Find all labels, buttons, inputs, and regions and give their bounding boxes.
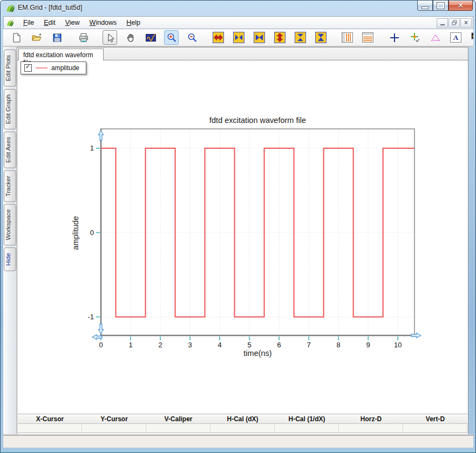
svg-text:3: 3 — [188, 341, 192, 349]
sidebar-item-tracker[interactable]: Tracker — [4, 170, 16, 202]
horizontal-gridlines-button[interactable] — [361, 30, 375, 45]
status-value-row — [18, 424, 467, 433]
window-body: Edit Plots Edit Graph Edit Axes Tracker … — [3, 47, 473, 435]
print-button[interactable] — [76, 30, 91, 45]
svg-text:4: 4 — [217, 341, 221, 349]
menu-view[interactable]: View — [60, 17, 85, 28]
title-bar[interactable]: EM.Grid - [fdtd_tut5d] ✕ — [1, 1, 475, 16]
document-logo-icon — [6, 19, 14, 27]
expand-y-icon — [275, 32, 285, 43]
legend-box[interactable]: ✓ amplitude — [21, 61, 86, 74]
shrink-x-button[interactable] — [252, 30, 267, 45]
save-button[interactable] — [50, 30, 64, 45]
text-label-icon: A — [453, 33, 458, 42]
minimize-button[interactable] — [417, 1, 433, 11]
fit-view-button[interactable] — [144, 30, 158, 45]
child-restore-icon — [452, 20, 457, 25]
close-button[interactable]: ✕ — [448, 1, 473, 11]
child-minimize-button[interactable] — [437, 18, 448, 28]
y-axis-label: amplitude — [71, 216, 80, 250]
document-area: fdtd excitation waveform file ✓ amplitud… — [17, 47, 468, 435]
status-bar: X-Cursor Y-Cursor V-Caliper H-Cal (dX) H… — [18, 414, 467, 433]
status-value-cell — [146, 424, 210, 433]
check-icon: ✓ — [25, 63, 30, 70]
shrink-y-icon — [316, 32, 326, 43]
menu-help[interactable]: Help — [121, 17, 145, 28]
sidebar-item-edit-axes[interactable]: Edit Axes — [4, 132, 16, 168]
cross-cursor-icon — [389, 32, 400, 43]
select-cursor-button[interactable] — [103, 30, 117, 45]
compress-y-button[interactable] — [293, 30, 308, 45]
expand-x-button[interactable] — [211, 30, 226, 45]
x-axis-label: time(ns) — [101, 349, 414, 358]
plot-legend-button[interactable] — [469, 30, 473, 45]
status-header-v-caliper: V-Caliper — [146, 415, 210, 423]
svg-text:10: 10 — [394, 341, 402, 349]
tab-fdtd-excitation-waveform-file[interactable]: fdtd excitation waveform file — [18, 49, 104, 60]
bottom-status-strip — [3, 435, 473, 448]
minimize-icon — [421, 6, 429, 9]
arrow-cursor-icon — [105, 32, 115, 43]
sidebar-item-edit-plots[interactable]: Edit Plots — [4, 50, 16, 87]
status-value-cell — [82, 424, 146, 433]
child-close-button[interactable]: × — [460, 18, 472, 28]
plot-canvas[interactable]: 012345678910-101 — [17, 60, 468, 384]
menu-bar: File Edit View Windows Help × — [3, 16, 473, 29]
status-header-row: X-Cursor Y-Cursor V-Caliper H-Cal (dX) H… — [18, 414, 467, 424]
svg-text:9: 9 — [366, 341, 370, 349]
sidebar-item-hide[interactable]: Hide — [4, 248, 16, 271]
child-close-icon: × — [464, 19, 468, 26]
status-header-x-cursor: X-Cursor — [18, 415, 82, 423]
new-file-icon — [11, 32, 22, 43]
new-file-button[interactable] — [9, 30, 23, 45]
tracker-button[interactable] — [407, 30, 422, 45]
status-value-cell — [18, 424, 82, 433]
toolbar: A Layout — [3, 29, 473, 47]
vertical-gridlines-button[interactable] — [340, 30, 355, 45]
sidebar-item-edit-graph[interactable]: Edit Graph — [4, 89, 16, 129]
menu-edit[interactable]: Edit — [39, 17, 60, 28]
side-tab-strip: Edit Plots Edit Graph Edit Axes Tracker … — [3, 47, 17, 435]
zoom-out-button[interactable] — [185, 30, 199, 45]
chart-title: fdtd excitation waveform file — [101, 116, 414, 125]
child-restore-button[interactable] — [448, 18, 460, 28]
svg-text:0: 0 — [99, 341, 103, 349]
caliper-button[interactable] — [428, 30, 443, 45]
status-value-cell — [210, 424, 275, 433]
pan-hand-button[interactable] — [123, 30, 138, 45]
fit-view-icon — [145, 32, 157, 43]
svg-text:8: 8 — [337, 341, 341, 349]
svg-text:0: 0 — [90, 229, 94, 237]
compress-x-button[interactable] — [232, 30, 246, 45]
svg-text:6: 6 — [277, 341, 281, 349]
close-icon: ✕ — [458, 2, 464, 9]
status-header-h-cal-1dx: H-Cal (1/dX) — [275, 415, 339, 423]
zoom-in-button[interactable] — [164, 30, 179, 45]
open-file-button[interactable] — [29, 30, 44, 45]
status-header-y-cursor: Y-Cursor — [82, 415, 146, 423]
cross-cursor-button[interactable] — [387, 30, 402, 45]
status-header-h-cal-dx: H-Cal (dX) — [210, 415, 275, 423]
zoom-in-icon — [166, 32, 177, 43]
zoom-out-icon — [187, 32, 198, 43]
save-icon — [52, 32, 63, 43]
maximize-button[interactable] — [433, 1, 448, 11]
compress-x-icon — [234, 32, 244, 43]
menu-windows[interactable]: Windows — [85, 17, 122, 28]
shrink-y-button[interactable] — [314, 30, 328, 45]
legend-checkbox[interactable]: ✓ — [24, 64, 32, 72]
menu-file[interactable]: File — [18, 17, 39, 28]
svg-text:5: 5 — [247, 341, 251, 349]
expand-x-icon — [213, 32, 223, 43]
expand-y-button[interactable] — [273, 30, 287, 45]
legend-label: amplitude — [51, 64, 79, 72]
window-title: EM.Grid - [fdtd_tut5d] — [18, 4, 83, 11]
graph-panel[interactable]: ✓ amplitude fdtd excitation waveform fil… — [17, 60, 468, 414]
svg-text:2: 2 — [158, 341, 162, 349]
hand-icon — [125, 32, 136, 43]
text-label-button[interactable]: A — [448, 30, 463, 45]
print-icon — [78, 32, 89, 43]
sidebar-item-workspace[interactable]: Workspace — [4, 204, 16, 245]
child-minimize-icon — [440, 24, 445, 25]
horizontal-gridlines-icon — [363, 33, 373, 42]
